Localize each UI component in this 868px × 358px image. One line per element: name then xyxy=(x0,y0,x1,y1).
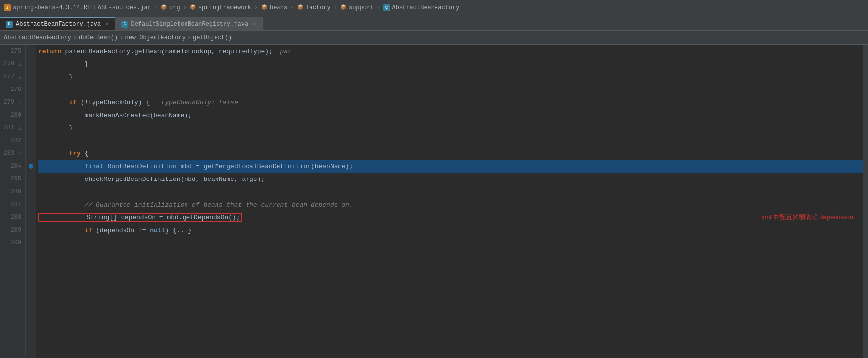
breadcrumb-cls-label: AbstractBeanFactory xyxy=(392,4,460,11)
breadcrumb-pkg2-label: springframework xyxy=(198,4,251,11)
pkg-icon-1: 📦 xyxy=(160,4,167,11)
line-num-278: 278 xyxy=(0,83,25,96)
code-line-285: checkMergedBeanDefinition(mbd, beanName,… xyxy=(38,173,863,185)
marker-row-276 xyxy=(26,58,36,70)
marker-row-285 xyxy=(26,173,36,185)
bc-sep-4: › xyxy=(290,4,294,11)
code-line-280: markBeanAsCreated(beanName); xyxy=(38,109,863,121)
mb-method1: doGetBean() xyxy=(79,34,118,41)
breadcrumb-pkg5: 📦 support xyxy=(340,4,373,11)
line-num-288: 288 xyxy=(0,211,25,224)
mb-cls: AbstractBeanFactory xyxy=(4,34,71,41)
breadcrumb-jar: J spring-beans-4.3.14.RELEASE-sources.ja… xyxy=(4,4,151,11)
marker-row-278 xyxy=(26,83,36,96)
code-line-275: return parentBeanFactory.getBean(nameToL… xyxy=(38,45,863,58)
mb-sep-1: › xyxy=(73,34,77,41)
code-line-281: } xyxy=(38,121,863,134)
line-number-gutter: 275276△277△278279△280281△282283▽28428528… xyxy=(0,45,26,358)
line-num-289: 289 xyxy=(0,224,25,237)
line-num-285: 285 xyxy=(0,173,25,185)
code-line-287: // Guarantee initialization of beans tha… xyxy=(38,198,863,211)
fold-icon-277[interactable]: △ xyxy=(16,73,23,80)
marker-row-279 xyxy=(26,96,36,109)
breadcrumb-pkg3: 📦 beans xyxy=(261,4,287,11)
cls-icon-breadcrumb: C xyxy=(383,4,390,11)
breadcrumb-bar: J spring-beans-4.3.14.RELEASE-sources.ja… xyxy=(0,0,868,16)
tab-cls-icon-1: C xyxy=(6,21,13,28)
line-num-281: 281△ xyxy=(0,121,25,134)
jar-icon: J xyxy=(4,4,11,11)
tab-close-2[interactable]: × xyxy=(253,21,256,27)
code-line-279: if (!typeCheckOnly) { typeCheckOnly: fal… xyxy=(38,96,863,109)
marker-row-282 xyxy=(26,134,36,147)
tab-close-1[interactable]: × xyxy=(106,21,109,27)
line-num-299: 299 xyxy=(0,237,25,249)
breadcrumb-pkg3-label: beans xyxy=(270,4,287,11)
bc-sep-1: › xyxy=(154,4,157,11)
fold-icon-283[interactable]: ▽ xyxy=(16,150,23,157)
marker-row-288 xyxy=(26,211,36,224)
line-num-276: 276△ xyxy=(0,58,25,70)
fold-icon-279[interactable]: △ xyxy=(16,99,23,106)
breadcrumb-pkg1-label: org xyxy=(169,4,180,11)
mb-sep-3: › xyxy=(187,34,191,41)
annotation-box-288: String[] dependsOn = mbd.getDependsOn(); xyxy=(38,213,242,222)
fold-icon-281[interactable]: △ xyxy=(16,124,23,131)
pkg-icon-4: 📦 xyxy=(297,4,304,11)
line-num-279: 279△ xyxy=(0,96,25,109)
code-line-289: if (dependsOn != null) {...} xyxy=(38,224,863,237)
marker-row-280 xyxy=(26,109,36,121)
marker-row-289 xyxy=(26,224,36,237)
bc-sep-2: › xyxy=(183,4,186,11)
tab-default-singleton-registry[interactable]: C DefaultSingletonBeanRegistry.java × xyxy=(115,17,262,30)
marker-row-299 xyxy=(26,237,36,249)
pkg-icon-3: 📦 xyxy=(261,4,268,11)
line-num-286: 286 xyxy=(0,185,25,198)
method-breadcrumb: AbstractBeanFactory › doGetBean() › new … xyxy=(0,31,868,45)
line-num-277: 277△ xyxy=(0,70,25,83)
line-num-284: 284 xyxy=(0,160,25,173)
tab-cls-icon-2: C xyxy=(121,21,128,28)
marker-row-277 xyxy=(26,70,36,83)
marker-row-281 xyxy=(26,121,36,134)
marker-column xyxy=(26,45,36,358)
scrollbar[interactable] xyxy=(863,45,868,358)
mb-method3: getObject() xyxy=(193,34,232,41)
mb-sep-2: › xyxy=(120,34,123,41)
breadcrumb-pkg2: 📦 springframework xyxy=(189,4,251,11)
marker-row-287 xyxy=(26,198,36,211)
tab-bar: C AbstractBeanFactory.java × C DefaultSi… xyxy=(0,16,868,31)
code-line-282 xyxy=(38,134,863,147)
tab-abstract-bean-factory[interactable]: C AbstractBeanFactory.java × xyxy=(0,17,115,30)
code-line-278 xyxy=(38,83,863,96)
bc-sep-5: › xyxy=(334,4,337,11)
code-area[interactable]: return parentBeanFactory.getBean(nameToL… xyxy=(36,45,863,358)
line-num-282: 282 xyxy=(0,134,25,147)
line-num-275: 275 xyxy=(0,45,25,58)
exec-marker-284 xyxy=(29,164,33,169)
breadcrumb-pkg1: 📦 org xyxy=(160,4,180,11)
breadcrumb-cls: C AbstractBeanFactory xyxy=(383,4,460,11)
pkg-icon-5: 📦 xyxy=(340,4,347,11)
code-line-283: try { xyxy=(38,147,863,160)
code-line-276: } xyxy=(38,58,863,70)
marker-row-283 xyxy=(26,147,36,160)
code-line-284: final RootBeanDefinition mbd = getMerged… xyxy=(38,160,863,173)
tab-label-2: DefaultSingletonBeanRegistry.java xyxy=(131,21,248,28)
pkg-icon-2: 📦 xyxy=(189,4,196,11)
marker-row-286 xyxy=(26,185,36,198)
marker-row-284 xyxy=(26,160,36,173)
line-num-280: 280 xyxy=(0,109,25,121)
marker-row-275 xyxy=(26,45,36,58)
breadcrumb-jar-label: spring-beans-4.3.14.RELEASE-sources.jar xyxy=(13,4,151,11)
mb-method2: new ObjectFactory xyxy=(125,34,185,41)
tab-label-1: AbstractBeanFactory.java xyxy=(16,21,101,28)
code-line-299 xyxy=(38,237,863,249)
bc-sep-6: › xyxy=(376,4,380,11)
line-num-287: 287 xyxy=(0,198,25,211)
breadcrumb-pkg4-label: factory xyxy=(306,4,330,11)
line-num-283: 283▽ xyxy=(0,147,25,160)
fold-icon-276[interactable]: △ xyxy=(16,60,23,67)
bc-sep-3: › xyxy=(254,4,258,11)
breadcrumb-pkg5-label: support xyxy=(349,4,373,11)
